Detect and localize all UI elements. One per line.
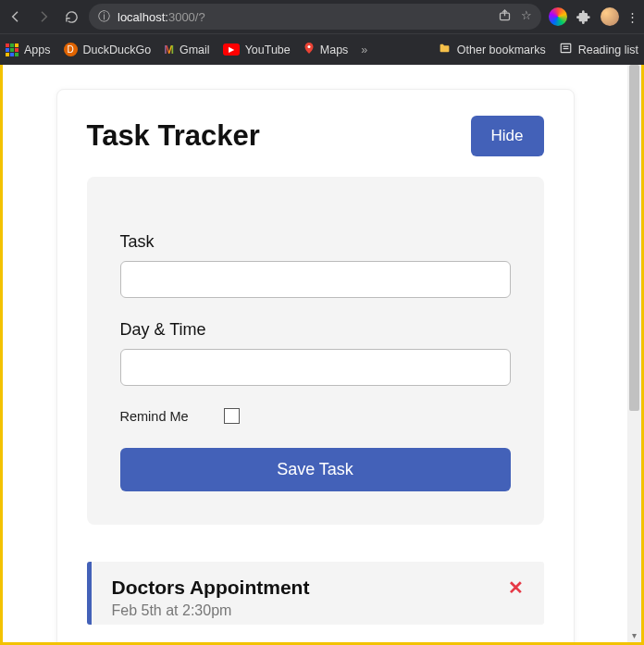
share-icon[interactable] <box>498 8 512 25</box>
reading-list[interactable]: Reading list <box>559 42 638 57</box>
back-button[interactable] <box>6 6 26 27</box>
scrollbar-thumb[interactable] <box>629 65 639 411</box>
toggle-form-button[interactable]: Hide <box>471 116 544 156</box>
scroll-down-arrow[interactable]: ▾ <box>627 628 641 642</box>
forward-button[interactable] <box>33 6 54 27</box>
browser-chrome: ⓘ localhost:3000/? ☆ ⋮ Apps D DuckDuckGo… <box>0 0 644 65</box>
bookmark-star-icon[interactable]: ☆ <box>521 8 532 25</box>
bookmarks-overflow-icon[interactable]: » <box>361 43 367 56</box>
other-bookmarks[interactable]: Other bookmarks <box>438 42 546 57</box>
profile-avatar[interactable] <box>601 7 619 26</box>
browser-menu-icon[interactable]: ⋮ <box>626 10 638 24</box>
address-bar[interactable]: ⓘ localhost:3000/? ☆ <box>89 4 541 30</box>
remind-label: Remind Me <box>120 409 189 424</box>
bookmark-youtube[interactable]: ▶ YouTube <box>223 43 291 56</box>
extensions-icon[interactable] <box>575 7 593 26</box>
extension-color-icon[interactable] <box>549 7 567 26</box>
remind-checkbox[interactable] <box>224 408 240 424</box>
duckduckgo-icon: D <box>64 43 78 56</box>
bookmarks-bar: Apps D DuckDuckGo M Gmail ▶ YouTube Maps… <box>0 33 644 65</box>
daytime-label: Day & Time <box>120 320 511 340</box>
scrollbar[interactable]: ▾ <box>627 65 641 642</box>
add-task-form: Task Day & Time Remind Me Save Task <box>87 177 544 525</box>
site-info-icon[interactable]: ⓘ <box>98 8 110 25</box>
task-item-time: Feb 5th at 2:30pm <box>112 602 310 619</box>
bookmark-gmail[interactable]: M Gmail <box>164 43 210 56</box>
task-label: Task <box>120 232 511 252</box>
task-item[interactable]: Doctors Appointment Feb 5th at 2:30pm ✕ <box>87 562 544 625</box>
task-item-title: Doctors Appointment <box>112 577 310 599</box>
daytime-input[interactable] <box>120 349 511 386</box>
app-container: Task Tracker Hide Task Day & Time Remind… <box>56 89 575 642</box>
youtube-icon: ▶ <box>223 43 240 56</box>
reading-list-icon <box>559 42 573 57</box>
maps-icon <box>303 41 315 58</box>
page-viewport: Task Tracker Hide Task Day & Time Remind… <box>0 65 644 645</box>
bookmark-duckduckgo[interactable]: D DuckDuckGo <box>64 43 152 56</box>
folder-icon <box>438 43 452 57</box>
delete-task-icon[interactable]: ✕ <box>508 578 524 597</box>
reload-button[interactable] <box>61 6 81 27</box>
url-text: localhost:3000/? <box>118 10 205 24</box>
app-title: Task Tracker <box>87 119 260 153</box>
svg-point-1 <box>307 45 310 48</box>
bookmark-maps[interactable]: Maps <box>303 41 349 58</box>
apps-icon <box>6 43 19 56</box>
app-header: Task Tracker Hide <box>87 116 544 156</box>
task-input[interactable] <box>120 261 511 298</box>
save-task-button[interactable]: Save Task <box>120 448 511 491</box>
gmail-icon: M <box>164 43 174 56</box>
browser-toolbar: ⓘ localhost:3000/? ☆ ⋮ <box>0 0 644 33</box>
bookmark-apps[interactable]: Apps <box>6 43 51 56</box>
